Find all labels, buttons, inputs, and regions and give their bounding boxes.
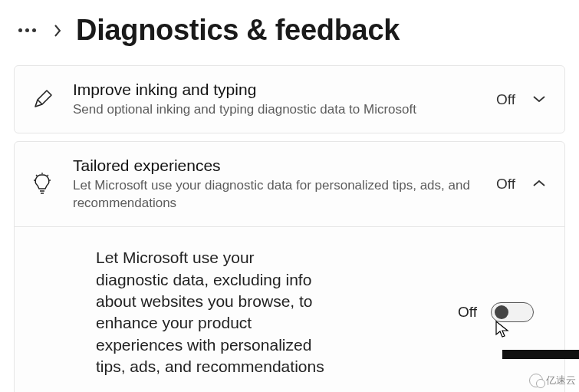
breadcrumb: Diagnostics & feedback: [0, 0, 579, 65]
page-title: Diagnostics & feedback: [76, 14, 400, 47]
chevron-up-icon: [532, 177, 548, 191]
inking-title: Improve inking and typing: [73, 80, 479, 100]
toggle-knob: [495, 305, 508, 319]
chevron-right-icon: [53, 24, 62, 38]
inking-state: Off: [496, 91, 515, 108]
tailored-body-text: Let Microsoft use your diagnostic data, …: [96, 247, 326, 377]
toggle-label: Off: [458, 304, 477, 321]
card-tailored: Tailored experiences Let Microsoft use y…: [14, 141, 565, 392]
watermark-text: 亿速云: [546, 374, 576, 387]
lightbulb-icon: [28, 173, 56, 196]
pen-icon: [28, 89, 56, 110]
inking-subtitle: Send optional inking and typing diagnost…: [73, 101, 479, 119]
row-tailored[interactable]: Tailored experiences Let Microsoft use y…: [15, 142, 564, 226]
card-improve-inking: Improve inking and typing Send optional …: [14, 65, 565, 133]
tailored-title: Tailored experiences: [73, 156, 479, 176]
tailored-toggle[interactable]: [491, 302, 534, 322]
chevron-down-icon: [532, 93, 548, 107]
watermark: 亿速云: [502, 350, 579, 392]
tailored-subtitle: Let Microsoft use your diagnostic data f…: [73, 177, 479, 212]
tailored-body: Let Microsoft use your diagnostic data, …: [15, 226, 564, 392]
row-improve-inking[interactable]: Improve inking and typing Send optional …: [15, 66, 564, 133]
ellipsis-icon[interactable]: [15, 25, 39, 35]
tailored-state: Off: [496, 176, 515, 193]
